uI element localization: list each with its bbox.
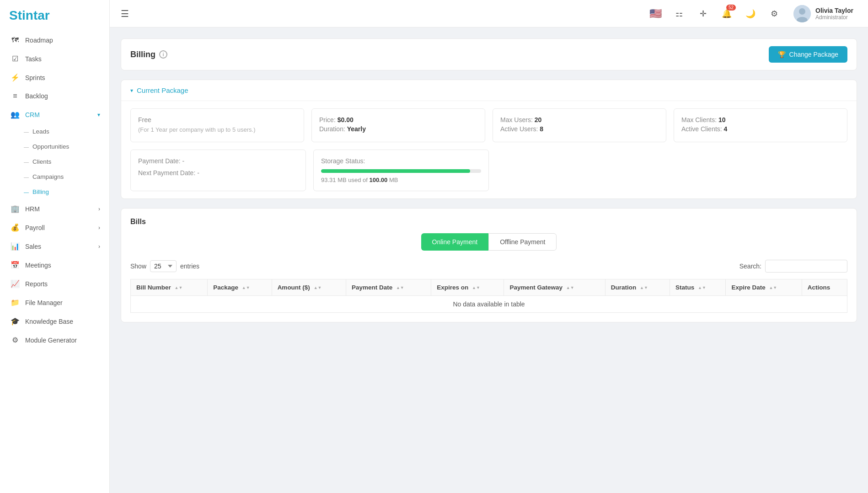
- current-package-header[interactable]: ▾ Current Package: [121, 80, 857, 101]
- change-package-button[interactable]: 🏆 Change Package: [769, 46, 847, 63]
- entries-select[interactable]: 25 10 50 100: [150, 260, 177, 272]
- notification-badge: 52: [726, 5, 736, 11]
- clients-label: Clients: [32, 158, 51, 165]
- bills-title: Bills: [130, 218, 847, 226]
- sidebar-item-knowledge-base[interactable]: 🎓 Knowledge Base: [0, 312, 109, 331]
- topbar: ☰ 🇺🇸 ⚏ ✛ 🔔 52 🌙 ⚙: [110, 0, 868, 27]
- col-expires-on: Expires on ▲▼: [431, 279, 504, 296]
- sidebar-item-hrm[interactable]: 🏢 HRM ›: [0, 199, 109, 218]
- max-clients-value: 10: [718, 116, 726, 123]
- sort-icon[interactable]: ▲▼: [314, 286, 322, 290]
- storage-unit: MB used of: [338, 177, 369, 183]
- bills-table: Bill Number ▲▼ Package ▲▼ Amount ($) ▲▼: [130, 279, 847, 313]
- plan-description: (For 1 Year per company with up to 5 use…: [138, 126, 296, 133]
- billing-label: Billing: [32, 188, 49, 195]
- max-users-label: Max Users:: [500, 116, 533, 123]
- chevron-down-icon: ▾: [97, 112, 100, 118]
- sidebar-item-campaigns[interactable]: Campaigns: [0, 169, 109, 184]
- duration-label: Duration:: [319, 125, 345, 133]
- payment-dates-card: Payment Date: - Next Payment Date: -: [130, 150, 306, 191]
- page-title: Billing i: [130, 50, 167, 59]
- sidebar-item-file-manager[interactable]: 📁 File Manager: [0, 293, 109, 312]
- storage-label: Storage Status:: [321, 157, 481, 165]
- col-payment-gateway: Payment Gateway ▲▼: [504, 279, 605, 296]
- plan-name: Free: [138, 116, 296, 123]
- payment-date-value: -: [182, 157, 185, 165]
- sort-icon[interactable]: ▲▼: [472, 286, 480, 290]
- roadmap-icon: 🗺: [11, 36, 20, 44]
- sidebar-item-label: Payroll: [25, 224, 45, 231]
- sprints-icon: ⚡: [11, 73, 20, 82]
- active-clients-info: Active Clients: 4: [681, 125, 840, 133]
- price-label: Price:: [319, 116, 336, 123]
- knowledge-base-icon: 🎓: [11, 317, 20, 326]
- online-payment-button[interactable]: Online Payment: [421, 233, 489, 251]
- sidebar-item-opportunities[interactable]: Opportunities: [0, 139, 109, 154]
- plan-name-card: Free (For 1 Year per company with up to …: [130, 108, 304, 142]
- grid-icon: ✛: [700, 9, 707, 19]
- sidebar-item-billing[interactable]: Billing: [0, 184, 109, 199]
- opportunities-label: Opportunities: [32, 143, 69, 150]
- duration-info: Duration: Yearly: [319, 125, 477, 133]
- user-name: Olivia Taylor: [815, 7, 853, 14]
- sort-icon[interactable]: ▲▼: [175, 286, 183, 290]
- settings-button[interactable]: ⚙: [766, 5, 782, 22]
- dark-mode-button[interactable]: 🌙: [742, 5, 759, 22]
- no-data-message: No data available in table: [131, 296, 847, 313]
- chevron-right-icon: ›: [98, 206, 100, 212]
- sidebar-item-tasks[interactable]: ☑ Tasks: [0, 49, 109, 68]
- storage-text: 93.31 MB used of 100.00 MB: [321, 177, 481, 183]
- payment-date-label: Payment Date:: [138, 157, 181, 165]
- content-area: Billing i 🏆 Change Package ▾ Current Pac…: [110, 27, 868, 493]
- sidebar-item-sales[interactable]: 📊 Sales ›: [0, 237, 109, 256]
- sidebar-item-crm[interactable]: 👥 CRM ▾: [0, 105, 109, 124]
- sidebar-item-label: CRM: [25, 111, 40, 118]
- flag-button[interactable]: 🇺🇸: [647, 5, 664, 22]
- sidebar-item-meetings[interactable]: 📅 Meetings: [0, 256, 109, 274]
- grid-button[interactable]: ✛: [695, 5, 711, 22]
- logo-text: Stintar: [9, 8, 50, 23]
- avatar: [793, 5, 811, 22]
- sidebar-item-roadmap[interactable]: 🗺 Roadmap: [0, 31, 109, 49]
- module-generator-icon: ⚙: [11, 336, 20, 344]
- max-clients-label: Max Clients:: [681, 116, 717, 123]
- sort-icon[interactable]: ▲▼: [769, 286, 777, 290]
- next-payment-value: -: [197, 169, 199, 177]
- sidebar-item-leads[interactable]: Leads: [0, 124, 109, 139]
- sidebar-item-reports[interactable]: 📈 Reports: [0, 274, 109, 293]
- duration-value: Yearly: [347, 125, 366, 133]
- page-header: Billing i 🏆 Change Package: [121, 38, 857, 70]
- table-header: Bill Number ▲▼ Package ▲▼ Amount ($) ▲▼: [131, 279, 847, 296]
- active-users-label: Active Users:: [500, 125, 538, 133]
- payment-tabs: Online Payment Offline Payment: [130, 233, 847, 251]
- apps-button[interactable]: ⚏: [671, 5, 687, 22]
- offline-payment-button[interactable]: Offline Payment: [488, 233, 557, 251]
- user-menu[interactable]: Olivia Taylor Administrator: [790, 3, 857, 24]
- sort-icon[interactable]: ▲▼: [242, 286, 250, 290]
- sidebar-item-clients[interactable]: Clients: [0, 154, 109, 169]
- table-body: No data available in table: [131, 296, 847, 313]
- chevron-right-icon: ›: [98, 225, 100, 231]
- notifications-button[interactable]: 🔔 52: [718, 5, 735, 22]
- info-icon[interactable]: i: [159, 50, 167, 59]
- sort-icon[interactable]: ▲▼: [698, 286, 706, 290]
- sort-icon[interactable]: ▲▼: [566, 286, 574, 290]
- search-label: Search:: [739, 263, 761, 270]
- user-role: Administrator: [815, 14, 853, 21]
- tasks-icon: ☑: [11, 54, 20, 63]
- sort-icon[interactable]: ▲▼: [640, 286, 648, 290]
- current-package-title: Current Package: [137, 86, 188, 94]
- sidebar-item-sprints[interactable]: ⚡ Sprints: [0, 68, 109, 87]
- active-users-info: Active Users: 8: [500, 125, 659, 133]
- hamburger-button[interactable]: ☰: [121, 8, 129, 19]
- storage-total-unit: MB: [389, 177, 398, 183]
- sidebar-item-backlog[interactable]: ≡ Backlog: [0, 87, 109, 105]
- logo: Stintar: [0, 0, 109, 31]
- price-value: $0.00: [338, 116, 354, 123]
- meetings-icon: 📅: [11, 261, 20, 269]
- active-users-value: 8: [540, 125, 543, 133]
- sort-icon[interactable]: ▲▼: [396, 286, 404, 290]
- sidebar-item-module-generator[interactable]: ⚙ Module Generator: [0, 331, 109, 349]
- sidebar-item-payroll[interactable]: 💰 Payroll ›: [0, 218, 109, 237]
- search-input[interactable]: [765, 260, 847, 273]
